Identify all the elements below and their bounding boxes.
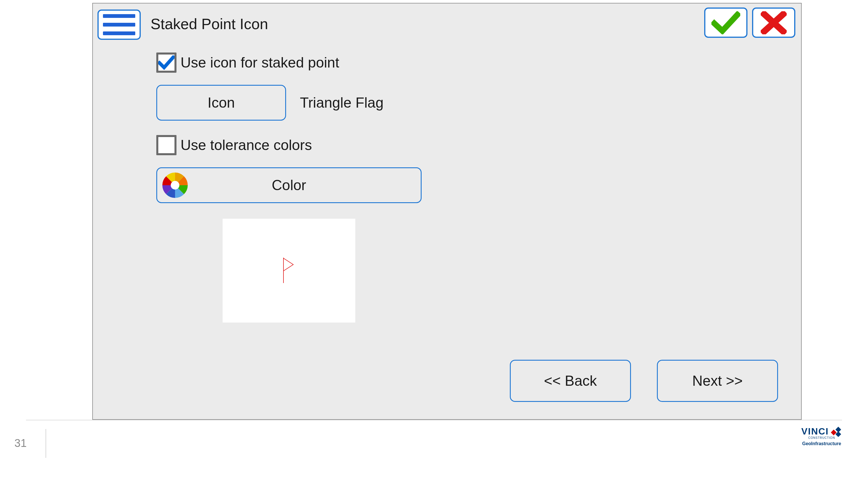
content-area: Use icon for staked point Icon Triangle … <box>93 41 801 323</box>
color-button-label: Color <box>272 177 306 193</box>
page-number: 31 <box>14 437 27 450</box>
company-logo: VINCI CONSTRUCTION GeoInfrastructure <box>801 426 842 446</box>
svg-rect-3 <box>835 431 841 437</box>
cancel-button[interactable] <box>752 7 795 38</box>
next-button[interactable]: Next >> <box>657 360 778 402</box>
menu-button[interactable] <box>97 9 141 40</box>
title-actions <box>704 7 795 38</box>
next-button-label: Next >> <box>692 372 743 389</box>
logo-subtext-2: GeoInfrastructure <box>801 441 842 446</box>
triangle-flag-icon <box>282 257 296 283</box>
slide-footer: 31 VINCI CONSTRUCTION GeoInfrastructure <box>26 420 842 466</box>
icon-value: Triangle Flag <box>300 94 383 111</box>
hamburger-icon <box>103 31 135 35</box>
icon-select-row: Icon Triangle Flag <box>156 85 784 121</box>
logo-icon <box>831 426 842 437</box>
logo-text: VINCI <box>801 426 829 437</box>
use-tolerance-checkbox[interactable] <box>156 135 177 155</box>
icon-button[interactable]: Icon <box>156 85 286 121</box>
use-icon-label: Use icon for staked point <box>181 54 339 71</box>
use-tolerance-label: Use tolerance colors <box>181 137 312 153</box>
confirm-button[interactable] <box>704 7 747 38</box>
page-divider <box>45 429 46 458</box>
page-title: Staked Point Icon <box>151 15 268 33</box>
hamburger-icon <box>103 23 135 27</box>
app-panel: Staked Point Icon Use icon for <box>92 3 802 420</box>
use-icon-row: Use icon for staked point <box>156 53 784 73</box>
back-button-label: << Back <box>544 372 597 389</box>
color-wheel-icon <box>161 171 189 200</box>
icon-preview <box>223 219 355 323</box>
checkmark-icon <box>158 55 175 70</box>
close-icon <box>761 11 787 34</box>
hamburger-icon <box>103 14 135 18</box>
back-button[interactable]: << Back <box>510 360 631 402</box>
svg-point-0 <box>171 181 179 189</box>
checkmark-icon <box>711 11 740 34</box>
icon-button-label: Icon <box>208 94 235 111</box>
svg-rect-1 <box>831 430 837 435</box>
color-button[interactable]: Color <box>156 168 422 203</box>
use-tolerance-row: Use tolerance colors <box>156 135 784 155</box>
titlebar: Staked Point Icon <box>93 3 801 41</box>
use-icon-checkbox[interactable] <box>156 53 177 73</box>
nav-row: << Back Next >> <box>510 360 778 402</box>
